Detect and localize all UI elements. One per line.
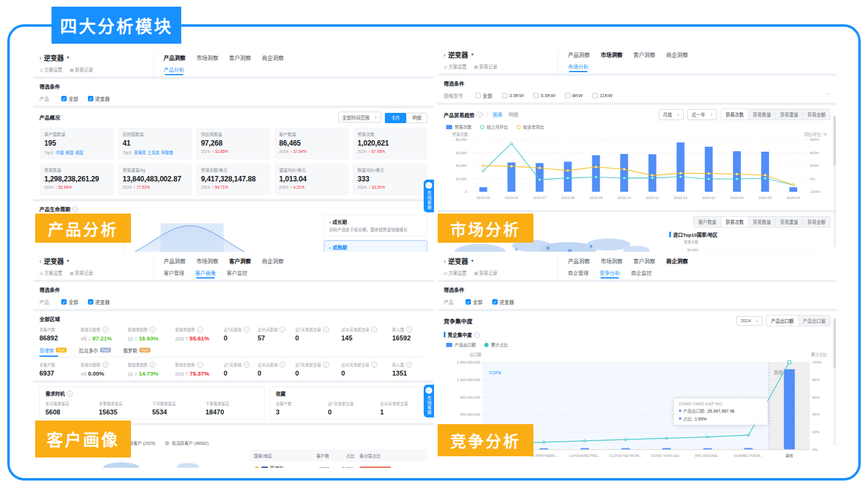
tab-商企洞察[interactable]: 商企洞察 xyxy=(666,257,688,265)
tab-客户洞察[interactable]: 客户洞察 xyxy=(633,51,655,59)
view-图表[interactable]: 图表 xyxy=(493,112,502,118)
checkbox-box[interactable]: ✓ xyxy=(466,299,471,305)
checkbox-全部[interactable]: ✓全部 xyxy=(466,299,482,305)
product-selector[interactable]: 逆变器 xyxy=(448,50,468,59)
tab-客户洞察[interactable]: 客户洞察 xyxy=(229,54,251,62)
country-tab-俄罗斯[interactable]: 俄罗斯Top3 xyxy=(123,347,150,357)
view-卡片[interactable]: 卡片 xyxy=(385,113,406,123)
tab-商企洞察[interactable]: 商企洞察 xyxy=(262,54,284,62)
country-tab-厄瓜多尔[interactable]: 厄瓜多尔Top2 xyxy=(79,347,111,357)
trade-records-link[interactable]: ▤贸易记录 xyxy=(474,63,498,70)
metric-产品出口量[interactable]: 产品出口量 xyxy=(799,316,830,326)
metric-贸易数量[interactable]: 贸易数量 xyxy=(749,109,776,120)
country-link[interactable]: 阿联酋 xyxy=(161,150,173,155)
country-link[interactable]: 美国 xyxy=(65,150,73,155)
checkbox-11KW[interactable]: 11KW xyxy=(592,93,612,98)
tab-产品洞察[interactable]: 产品洞察 xyxy=(164,54,185,62)
checkbox-3.5KW[interactable]: 3.5KW xyxy=(502,93,524,98)
checkbox-逆变器[interactable]: ✓逆变器 xyxy=(492,299,514,305)
trade-records-link[interactable]: ▤贸易记录 xyxy=(70,269,93,276)
checkbox-全部[interactable]: ✓全部 xyxy=(61,299,78,305)
product-selector[interactable]: 逆变器 xyxy=(44,256,64,266)
tab-商企洞察[interactable]: 商企洞察 xyxy=(666,51,688,59)
checkbox-逆变器[interactable]: ✓逆变器 xyxy=(88,299,110,305)
online-service-button[interactable]: ··· 在线客服 xyxy=(424,180,434,212)
back-icon[interactable]: ‹ xyxy=(39,258,41,265)
stage-card-成熟期[interactable]: •成熟期目标产品处于成熟期，整体趋势呈平稳增长 xyxy=(324,240,427,252)
checkbox-box[interactable] xyxy=(475,93,481,98)
plan-settings-link[interactable]: ⊙方案设置 xyxy=(444,63,467,70)
trade-records-link[interactable]: ▤贸易记录 xyxy=(474,269,498,276)
view-明细[interactable]: 明细 xyxy=(509,112,518,118)
checkbox-box[interactable] xyxy=(565,93,570,98)
tab-市场洞察[interactable]: 市场洞察 xyxy=(196,257,218,265)
product-selector[interactable]: 逆变器 xyxy=(448,256,468,266)
trade-records-link[interactable]: ▤贸易记录 xyxy=(70,66,93,73)
back-icon[interactable]: ‹ xyxy=(444,258,446,265)
range-select[interactable]: 近一年∨ xyxy=(687,109,717,120)
product-selector[interactable]: 逆变器 xyxy=(44,53,64,62)
tab-客户洞察[interactable]: 客户洞察 xyxy=(633,257,655,265)
table-row[interactable]: 1菲律宾65677.50% xyxy=(250,462,427,468)
metric-贸易次数[interactable]: 贸易次数 xyxy=(721,109,749,120)
svg-text:累计占比: 累计占比 xyxy=(811,352,827,357)
scrollbar[interactable] xyxy=(833,116,836,247)
collapse-icon[interactable]: ⌃ xyxy=(826,93,830,98)
country-link[interactable]: 土耳其 xyxy=(148,150,160,155)
plan-settings-link[interactable]: ⊙方案设置 xyxy=(444,269,467,276)
subtab-市场分析[interactable]: 市场分析 xyxy=(568,62,589,72)
checkbox-逆变器[interactable]: ✓逆变器 xyxy=(88,95,110,102)
checkbox-全部[interactable]: ✓全部 xyxy=(61,95,78,102)
view-明细[interactable]: 明细 xyxy=(406,113,427,123)
plan-settings-link[interactable]: ⊙方案设置 xyxy=(39,269,62,276)
scrollbar[interactable] xyxy=(833,319,836,446)
checkbox-box[interactable]: ✓ xyxy=(61,96,67,101)
year-select[interactable]: 2024∨ xyxy=(736,316,763,326)
tab-客户洞察[interactable]: 客户洞察 xyxy=(229,257,251,265)
metric-贸易重量[interactable]: 贸易重量 xyxy=(776,217,803,227)
metric-客户数量[interactable]: 客户数量 xyxy=(694,217,721,227)
rank-badge: Top2 xyxy=(100,348,111,353)
tab-市场洞察[interactable]: 市场洞察 xyxy=(601,51,623,59)
country-link[interactable]: 菲律宾 xyxy=(134,150,146,155)
subtab-客户管理[interactable]: 客户管理 xyxy=(164,269,184,278)
checkbox-box[interactable]: ✓ xyxy=(88,96,93,101)
subtab-商企监控[interactable]: 商企监控 xyxy=(631,269,652,278)
metric-贸易数量[interactable]: 贸易数量 xyxy=(749,217,776,227)
checkbox-box[interactable]: ✓ xyxy=(492,299,498,305)
period-select[interactable]: 月度∨ xyxy=(659,109,684,120)
metric-产品出口额[interactable]: 产品出口额 xyxy=(767,316,799,326)
time-range-select[interactable]: 全部时间范围∨ xyxy=(338,112,381,123)
tab-产品洞察[interactable]: 产品洞察 xyxy=(568,257,590,265)
checkbox-box[interactable] xyxy=(533,93,539,98)
tab-市场洞察[interactable]: 市场洞察 xyxy=(601,257,623,265)
checkbox-8KW[interactable]: 8KW xyxy=(565,93,583,98)
subtab-竞争分析[interactable]: 竞争分析 xyxy=(599,269,620,278)
subtab-客户画像[interactable]: 客户画像 xyxy=(195,269,216,278)
online-service-button[interactable]: ··· 在线客服 xyxy=(424,385,434,417)
subtab-客户监控[interactable]: 客户监控 xyxy=(227,269,247,278)
checkbox-5.5KW[interactable]: 5.5KW xyxy=(533,93,555,98)
metric-贸易重量[interactable]: 贸易重量 xyxy=(776,109,803,120)
checkbox-box[interactable] xyxy=(502,93,507,98)
country-tab-菲律宾[interactable]: 菲律宾Top1 xyxy=(39,347,67,357)
stage-card-成长期[interactable]: •成长期目标产品处于成长期，整体趋势呈快速增长 xyxy=(324,215,427,237)
country-link[interactable]: 中国 xyxy=(56,150,64,155)
plan-settings-link[interactable]: ⊙方案设置 xyxy=(39,66,62,73)
tab-产品洞察[interactable]: 产品洞察 xyxy=(164,257,185,265)
tab-商企洞察[interactable]: 商企洞察 xyxy=(262,257,284,265)
country-link[interactable]: 德国 xyxy=(75,150,83,155)
tab-产品洞察[interactable]: 产品洞察 xyxy=(568,51,590,59)
back-icon[interactable]: ‹ xyxy=(444,52,446,58)
tab-市场洞察[interactable]: 市场洞察 xyxy=(196,54,218,62)
back-icon[interactable]: ‹ xyxy=(39,55,41,61)
checkbox-box[interactable] xyxy=(592,93,598,98)
subtab-产品分析[interactable]: 产品分析 xyxy=(164,66,184,75)
metric-贸易金额[interactable]: 贸易金额 xyxy=(803,217,830,227)
checkbox-box[interactable]: ✓ xyxy=(88,299,93,305)
subtab-商企管理[interactable]: 商企管理 xyxy=(568,269,589,278)
checkbox-全部[interactable]: 全部 xyxy=(475,92,492,99)
checkbox-box[interactable]: ✓ xyxy=(61,299,67,305)
metric-贸易金额[interactable]: 贸易金额 xyxy=(803,109,830,120)
metric-贸易次数[interactable]: 贸易次数 xyxy=(721,217,749,227)
